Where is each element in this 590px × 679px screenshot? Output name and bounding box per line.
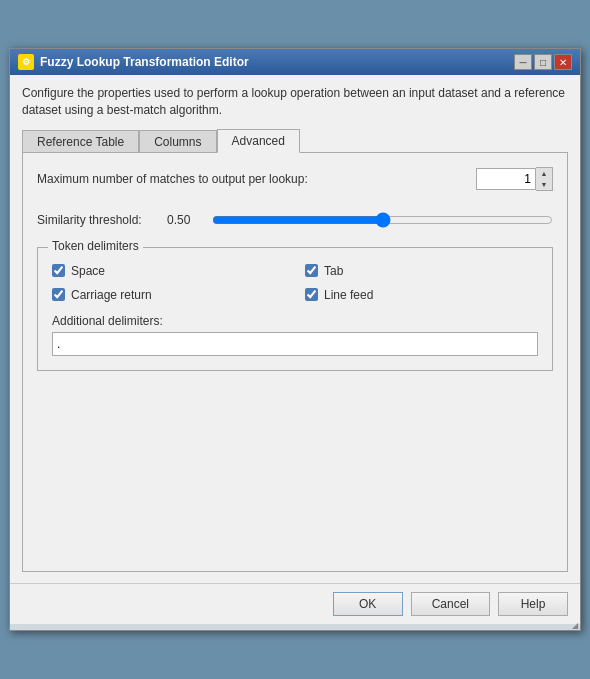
- description-text: Configure the properties used to perform…: [22, 85, 568, 119]
- max-matches-spinner: ▲ ▼: [476, 167, 553, 191]
- checkbox-tab[interactable]: [305, 264, 318, 277]
- token-delimiters-title: Token delimiters: [48, 239, 143, 253]
- window-title: Fuzzy Lookup Transformation Editor: [40, 55, 249, 69]
- similarity-threshold-row: Similarity threshold: 0.50: [37, 209, 553, 231]
- title-bar-left: ⚙ Fuzzy Lookup Transformation Editor: [18, 54, 249, 70]
- tab-bar: Reference Table Columns Advanced: [22, 129, 568, 153]
- resize-grip-icon: ◢: [572, 621, 578, 630]
- spinner-up-button[interactable]: ▲: [536, 168, 552, 179]
- minimize-button[interactable]: ─: [514, 54, 532, 70]
- close-button[interactable]: ✕: [554, 54, 572, 70]
- tab-advanced[interactable]: Advanced: [217, 129, 300, 153]
- main-window: ⚙ Fuzzy Lookup Transformation Editor ─ □…: [9, 48, 581, 631]
- tab-content-advanced: Maximum number of matches to output per …: [22, 152, 568, 572]
- checkbox-carriage-return[interactable]: [52, 288, 65, 301]
- max-matches-row: Maximum number of matches to output per …: [37, 167, 553, 191]
- maximize-button[interactable]: □: [534, 54, 552, 70]
- checkbox-line-feed-label[interactable]: Line feed: [324, 288, 373, 302]
- resize-bar: ◢: [10, 624, 580, 630]
- checkboxes-grid: Space Tab Carriage return Line feed: [52, 264, 538, 302]
- max-matches-label: Maximum number of matches to output per …: [37, 172, 476, 186]
- checkbox-carriage-return-label[interactable]: Carriage return: [71, 288, 152, 302]
- checkbox-space-label[interactable]: Space: [71, 264, 105, 278]
- help-button[interactable]: Help: [498, 592, 568, 616]
- spinner-down-button[interactable]: ▼: [536, 179, 552, 190]
- checkbox-carriage-return-item: Carriage return: [52, 288, 285, 302]
- checkbox-space[interactable]: [52, 264, 65, 277]
- checkbox-line-feed-item: Line feed: [305, 288, 538, 302]
- window-icon: ⚙: [18, 54, 34, 70]
- similarity-threshold-label: Similarity threshold:: [37, 213, 157, 227]
- content-area: Configure the properties used to perform…: [10, 75, 580, 583]
- checkbox-space-item: Space: [52, 264, 285, 278]
- checkbox-tab-item: Tab: [305, 264, 538, 278]
- ok-button[interactable]: OK: [333, 592, 403, 616]
- footer: OK Cancel Help: [10, 583, 580, 624]
- slider-container: [212, 209, 553, 231]
- max-matches-input[interactable]: [476, 168, 536, 190]
- additional-delimiters-label: Additional delimiters:: [52, 314, 538, 328]
- tab-columns[interactable]: Columns: [139, 130, 216, 154]
- spinner-buttons: ▲ ▼: [536, 167, 553, 191]
- additional-delimiters-input[interactable]: [52, 332, 538, 356]
- similarity-slider[interactable]: [212, 212, 553, 228]
- title-controls: ─ □ ✕: [514, 54, 572, 70]
- tab-reference-table[interactable]: Reference Table: [22, 130, 139, 154]
- title-bar: ⚙ Fuzzy Lookup Transformation Editor ─ □…: [10, 49, 580, 75]
- checkbox-line-feed[interactable]: [305, 288, 318, 301]
- checkbox-tab-label[interactable]: Tab: [324, 264, 343, 278]
- cancel-button[interactable]: Cancel: [411, 592, 490, 616]
- similarity-threshold-value: 0.50: [167, 213, 202, 227]
- token-delimiters-group: Token delimiters Space Tab Carriage retu…: [37, 247, 553, 371]
